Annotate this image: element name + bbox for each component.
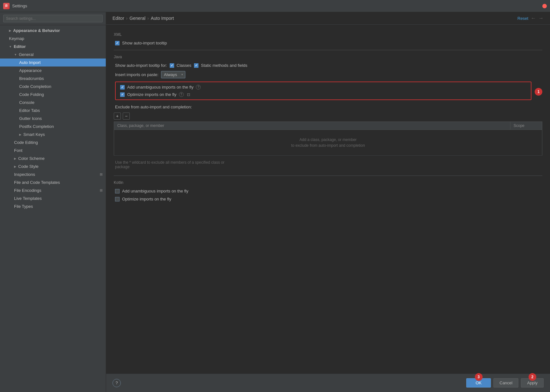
- window-title: Settings: [12, 4, 27, 8]
- empty-line-1: Add a class, package, or member: [299, 137, 357, 142]
- chevron-right-icon-5: ▶: [14, 165, 16, 168]
- show-tooltip-for-label: Show auto-import tooltip for:: [115, 63, 167, 68]
- breadcrumb-general: General: [129, 16, 145, 21]
- exclude-label: Exclude from auto-import and completion:: [115, 105, 192, 109]
- wildcard-line-2: package: [115, 165, 542, 169]
- sidebar-item-breadcrumbs[interactable]: Breadcrumbs: [0, 74, 106, 82]
- bottom-bar: ? 3 OK Cancel 2 Apply: [106, 373, 550, 392]
- sidebar-item-inspections[interactable]: Inspections ⊞: [0, 170, 106, 178]
- sidebar-item-gutter-icons[interactable]: Gutter Icons: [0, 114, 106, 122]
- sidebar-item-console[interactable]: Console: [0, 98, 106, 106]
- sidebar-item-auto-import[interactable]: Auto Import: [0, 59, 106, 67]
- add-unambiguous-row: Add unambiguous imports on the fly ?: [119, 85, 528, 90]
- optimize-imports-checkbox[interactable]: [120, 92, 125, 97]
- header-nav: Reset ← →: [517, 15, 544, 21]
- col-scope-header: Scope: [510, 122, 542, 130]
- sidebar-nav: ▶ Appearance & Behavior Keymap ▼ Editor …: [0, 25, 106, 392]
- sidebar-item-general[interactable]: ▼ General: [0, 51, 106, 59]
- step-2-badge: 2: [529, 373, 536, 381]
- xml-show-tooltip-label: Show auto-import tooltip: [122, 41, 167, 45]
- add-unambiguous-checkbox[interactable]: [120, 85, 125, 90]
- sidebar: ▶ Appearance & Behavior Keymap ▼ Editor …: [0, 12, 106, 392]
- file-encodings-icon: ⊞: [100, 188, 103, 192]
- classes-checkbox[interactable]: [170, 63, 174, 68]
- sidebar-item-keymap[interactable]: Keymap: [0, 35, 106, 43]
- optimize-imports-doc-icon[interactable]: ⊡: [186, 92, 191, 97]
- back-button[interactable]: ←: [531, 15, 536, 21]
- chevron-right-icon: ▶: [9, 29, 11, 32]
- optimize-imports-label: Optimize imports on the fly: [127, 92, 176, 97]
- sidebar-item-file-encodings[interactable]: File Encodings ⊞: [0, 186, 106, 194]
- static-methods-label: Static methods and fields: [201, 63, 247, 68]
- optimize-imports-row: Optimize imports on the fly ? ⊡: [119, 92, 528, 97]
- classes-label: Classes: [177, 63, 191, 68]
- divider-1: [114, 50, 542, 50]
- kotlin-optimize-label: Optimize imports on the fly: [122, 197, 171, 201]
- sidebar-item-code-style[interactable]: ▶ Code Style: [0, 162, 106, 170]
- close-button[interactable]: [542, 4, 547, 8]
- add-unambiguous-help-icon[interactable]: ?: [196, 85, 201, 90]
- optimize-imports-help-icon[interactable]: ?: [179, 92, 184, 97]
- insert-imports-select[interactable]: Always Ask Never: [161, 71, 185, 78]
- chevron-down-icon: ▼: [9, 45, 12, 48]
- kotlin-add-unambiguous-row: Add unambiguous imports on the fly: [114, 189, 542, 193]
- chevron-right-icon-4: ▶: [14, 157, 16, 160]
- content-body: XML Show auto-import tooltip Java Show a…: [106, 25, 550, 373]
- search-box: [0, 12, 106, 25]
- insert-imports-row: Insert imports on paste: Always Ask Neve…: [114, 71, 542, 78]
- title-bar: R Settings: [0, 0, 550, 12]
- inspections-icon: ⊞: [100, 172, 103, 176]
- kotlin-add-unambiguous-checkbox[interactable]: [115, 189, 120, 193]
- remove-exclude-button[interactable]: −: [123, 113, 130, 120]
- chevron-right-icon-3: ▶: [19, 133, 21, 136]
- sidebar-item-postfix-completion[interactable]: Postfix Completion: [0, 122, 106, 130]
- sidebar-item-appearance[interactable]: Appearance: [0, 67, 106, 74]
- sidebar-item-editor-tabs[interactable]: Editor Tabs: [0, 106, 106, 114]
- search-input[interactable]: [3, 15, 103, 22]
- step-3-badge: 3: [475, 373, 483, 381]
- java-section-label: Java: [114, 55, 542, 59]
- sidebar-item-code-editing[interactable]: Code Editing: [0, 138, 106, 146]
- insert-imports-select-wrapper: Always Ask Never: [161, 71, 185, 78]
- insert-imports-label: Insert imports on paste:: [115, 72, 159, 77]
- divider-2: [114, 176, 542, 176]
- wildcard-note: Use the * wildcard to exclude all member…: [114, 160, 542, 169]
- add-unambiguous-label: Add unambiguous imports on the fly: [127, 85, 193, 90]
- kotlin-optimize-row: Optimize imports on the fly: [114, 197, 542, 201]
- kotlin-add-unambiguous-label: Add unambiguous imports on the fly: [122, 189, 188, 193]
- sidebar-item-editor[interactable]: ▼ Editor: [0, 43, 106, 51]
- exclude-table-empty: Add a class, package, or member to exclu…: [114, 130, 542, 156]
- breadcrumb-sep-2: ›: [147, 16, 149, 21]
- step-1-badge: 1: [535, 88, 542, 96]
- title-bar-controls: [542, 4, 547, 8]
- exclude-label-row: Exclude from auto-import and completion:: [114, 105, 542, 109]
- exclude-section: Exclude from auto-import and completion:…: [114, 105, 542, 156]
- help-button[interactable]: ?: [112, 379, 121, 387]
- app-icon: R: [3, 3, 10, 9]
- sidebar-item-file-code-templates[interactable]: File and Code Templates: [0, 178, 106, 186]
- sidebar-item-smart-keys[interactable]: ▶ Smart Keys: [0, 130, 106, 138]
- kotlin-section-label: Kotlin: [114, 180, 542, 185]
- empty-line-2: to exclude from auto-import and completi…: [291, 143, 365, 148]
- show-tooltip-for-row: Show auto-import tooltip for: Classes St…: [114, 63, 542, 68]
- sidebar-item-color-scheme[interactable]: ▶ Color Scheme: [0, 154, 106, 162]
- add-exclude-button[interactable]: +: [114, 113, 121, 120]
- static-methods-checkbox[interactable]: [194, 63, 198, 68]
- kotlin-optimize-checkbox[interactable]: [115, 197, 120, 201]
- sidebar-item-file-types[interactable]: File Types: [0, 202, 106, 210]
- breadcrumb-auto-import: Auto Import: [151, 16, 174, 21]
- cancel-button[interactable]: Cancel: [493, 378, 518, 388]
- sidebar-item-code-completion[interactable]: Code Completion: [0, 82, 106, 90]
- sidebar-item-font[interactable]: Font: [0, 146, 106, 154]
- reset-button[interactable]: Reset: [517, 16, 528, 21]
- sidebar-item-code-folding[interactable]: Code Folding: [0, 90, 106, 98]
- sidebar-item-appearance-behavior[interactable]: ▶ Appearance & Behavior: [0, 27, 106, 35]
- main-layout: ▶ Appearance & Behavior Keymap ▼ Editor …: [0, 12, 550, 392]
- sidebar-item-live-templates[interactable]: Live Templates: [0, 194, 106, 202]
- exclude-table: Class, package, or member Scope Add a cl…: [114, 122, 542, 156]
- content-area: Editor › General › Auto Import Reset ← →…: [106, 12, 550, 392]
- xml-show-tooltip-checkbox[interactable]: [115, 41, 120, 45]
- breadcrumb-sep-1: ›: [126, 16, 128, 21]
- forward-button[interactable]: →: [538, 15, 544, 21]
- content-header: Editor › General › Auto Import Reset ← →: [106, 12, 550, 25]
